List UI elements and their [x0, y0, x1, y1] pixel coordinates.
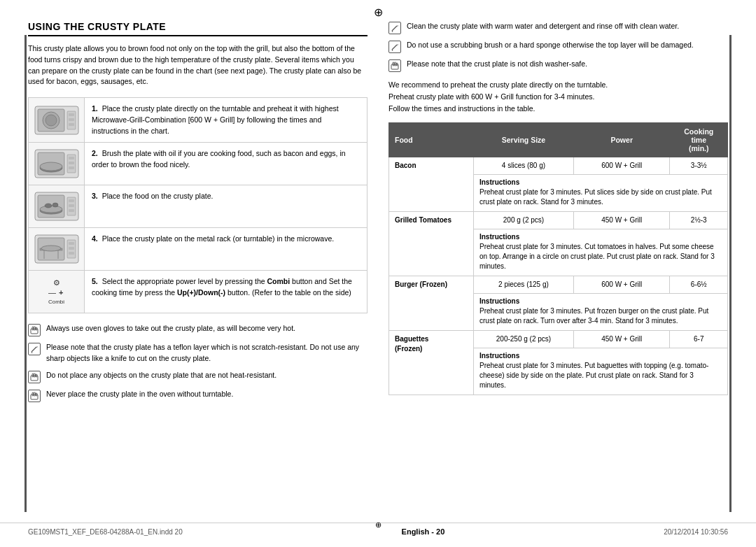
glove-icon-1	[28, 324, 41, 336]
burger-serving: 2 pieces (125 g)	[473, 276, 573, 294]
pencil-icon-1	[28, 343, 41, 355]
main-content: USING THE CRUSTY PLATE This crusty plate…	[0, 0, 756, 422]
table-row-bacon-main: Bacon 4 slices (80 g) 600 W + Grill 3-3½	[389, 157, 728, 175]
table-header-row: Food Serving Size Power Cooking time(min…	[389, 123, 728, 157]
right-bar	[729, 35, 732, 512]
baguettes-serving: 200-250 g (2 pcs)	[473, 331, 573, 348]
glove-icon-3	[28, 390, 41, 402]
svg-line-53	[392, 31, 393, 32]
burger-time: 6-6½	[670, 276, 728, 294]
left-notes-section: Always use oven gloves to take out the c…	[28, 323, 368, 402]
svg-marker-52	[397, 25, 398, 27]
baguettes-power: 450 W + Grill	[573, 331, 670, 348]
svg-point-20	[45, 204, 52, 208]
preheat-line-3: Follow the times and instructions in the…	[388, 103, 728, 115]
right-note-2: Do not use a scrubbing brush or a hard s…	[388, 40, 728, 53]
right-note-1: Clean the crusty plate with warm water a…	[388, 21, 728, 34]
preheat-line-2: Preheat crusty plate with 600 W + Grill …	[388, 91, 728, 103]
svg-rect-35	[69, 252, 74, 255]
right-note-3: Please note that the crust plate is not …	[388, 59, 728, 72]
left-note-1-text: Always use oven gloves to take out the c…	[46, 323, 295, 334]
svg-line-56	[392, 50, 393, 51]
bacon-food-name: Bacon	[389, 157, 474, 212]
right-note-1-text: Clean the crusty plate with warm water a…	[407, 21, 679, 32]
step-4-text: 4. Place the crusty plate on the metal r…	[85, 228, 367, 270]
baguettes-instructions-cell: Instructions Preheat crust plate for 3 m…	[473, 348, 727, 395]
left-note-4-text: Never place the crusty plate in the oven…	[46, 389, 233, 400]
bacon-time: 3-3½	[670, 157, 728, 175]
col-header-power: Power	[573, 123, 670, 157]
bacon-instructions-cell: Instructions Preheat crust plate for 3 m…	[473, 175, 727, 212]
left-note-2-text: Please note that the crusty plate has a …	[46, 342, 368, 364]
svg-line-51	[392, 26, 397, 31]
tomatoes-instructions-cell: Instructions Preheat crust plate for 3 m…	[473, 229, 727, 276]
baguettes-instructions-label: Instructions	[479, 352, 519, 360]
tomatoes-instructions-text: Preheat crust plate for 3 minutes. Cut t…	[479, 243, 715, 270]
tomatoes-instructions-label: Instructions	[479, 233, 519, 241]
step-5-image: ⚙ — + Combi	[29, 271, 85, 313]
bacon-instructions-label: Instructions	[479, 178, 519, 186]
tomatoes-serving: 200 g (2 pcs)	[473, 212, 573, 229]
burger-instructions-cell: Instructions Preheat crust plate for 3 m…	[473, 294, 727, 331]
footer-right: 20/12/2014 10:30:56	[664, 528, 728, 536]
left-note-2: Please note that the crusty plate has a …	[28, 342, 368, 364]
step-1-content: Place the crusty plate directly on the t…	[92, 104, 339, 135]
pencil-icon-3	[388, 41, 401, 53]
step-row-4: 4. Place the crusty plate on the metal r…	[29, 228, 367, 271]
table-row-burger-main: Burger (Frozen) 2 pieces (125 g) 600 W +…	[389, 276, 728, 294]
svg-rect-34	[69, 247, 74, 250]
step-2-number: 2.	[92, 149, 98, 157]
step-4-image	[29, 228, 85, 270]
col-header-food: Food	[389, 123, 474, 157]
step-3-content: Place the food on the crusty plate.	[102, 192, 214, 200]
burger-instructions-text: Preheat crust plate for 3 minutes. Put f…	[479, 307, 708, 325]
step-row-1: 1. Place the crusty plate directly on th…	[29, 98, 367, 143]
left-note-3: Do not place any objects on the crusty p…	[28, 370, 368, 383]
glove-icon-2	[28, 371, 41, 383]
svg-rect-5	[69, 113, 74, 116]
right-notes-section: Clean the crusty plate with warm water a…	[388, 21, 728, 72]
bacon-power: 600 W + Grill	[573, 157, 670, 175]
step-1-image	[29, 98, 85, 142]
svg-rect-24	[69, 204, 74, 207]
left-note-4: Never place the crusty plate in the oven…	[28, 389, 368, 402]
step-2-image	[29, 143, 85, 185]
svg-rect-7	[69, 123, 74, 126]
footer-center: English - 20	[402, 527, 445, 536]
left-note-1: Always use oven gloves to take out the c…	[28, 323, 368, 336]
svg-line-42	[31, 352, 32, 353]
table-row-tomatoes-main: Grilled Tomatoes 200 g (2 pcs) 450 W + G…	[389, 212, 728, 229]
svg-rect-6	[69, 118, 74, 121]
svg-rect-15	[69, 166, 74, 169]
svg-rect-33	[69, 242, 74, 245]
burger-instructions-label: Instructions	[479, 297, 519, 305]
svg-line-40	[31, 347, 36, 352]
step-3-image	[29, 185, 85, 227]
col-header-cooking-time: Cooking time(min.)	[670, 123, 728, 157]
step-row-5: ⚙ — + Combi 5. Select the appropriate po…	[29, 271, 367, 313]
left-bar	[24, 35, 27, 512]
step-1-text: 1. Place the crusty plate directly on th…	[85, 98, 367, 142]
baguettes-food-name: Baguettes(Frozen)	[389, 331, 474, 395]
step-1-number: 1.	[92, 104, 98, 113]
food-table: Food Serving Size Power Cooking time(min…	[388, 122, 728, 395]
footer-left: GE109MST1_XEF_DE68-04288A-01_EN.indd 20	[28, 528, 183, 536]
svg-rect-23	[69, 199, 74, 202]
bottom-compass-icon: ⊕	[375, 520, 382, 530]
pencil-icon-2	[388, 22, 401, 34]
svg-point-21	[52, 203, 58, 207]
bacon-instructions-text: Preheat crust plate for 3 minutes. Put s…	[479, 188, 712, 206]
svg-point-3	[46, 115, 57, 126]
right-column: Clean the crusty plate with warm water a…	[388, 21, 728, 408]
svg-line-54	[392, 45, 397, 50]
step-5-text: 5. Select the appropriate power level by…	[85, 271, 367, 313]
step-3-text: 3. Place the food on the crusty plate.	[85, 185, 367, 227]
preheat-line-1: We recommend to preheat the crusty plate…	[388, 79, 728, 91]
step-2-content: Brush the plate with oil if you are cook…	[92, 149, 346, 169]
preheat-lines: We recommend to preheat the crusty plate…	[388, 79, 728, 114]
bacon-serving: 4 slices (80 g)	[473, 157, 573, 175]
left-note-3-text: Do not place any objects on the crusty p…	[46, 370, 276, 381]
step-4-number: 4.	[92, 234, 98, 243]
tomatoes-food-name: Grilled Tomatoes	[389, 212, 474, 276]
step-row-2: 2. Brush the plate with oil if you are c…	[29, 143, 367, 185]
